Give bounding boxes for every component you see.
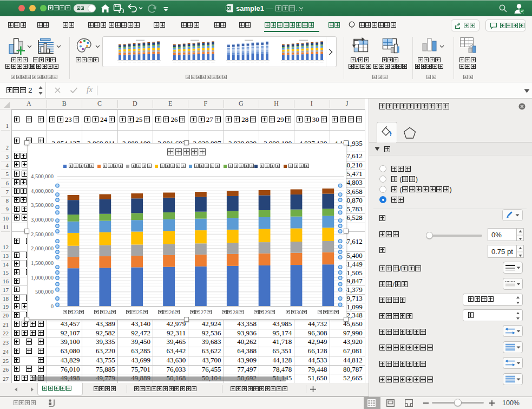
svg-text:2,000,000: 2,000,000	[31, 245, 54, 251]
svg-text:4,000,000: 4,000,000	[31, 188, 54, 194]
svg-text:1,000,000: 1,000,000	[31, 275, 54, 281]
svg-text:1,500,000: 1,500,000	[31, 260, 54, 266]
svg-text:3,500,000: 3,500,000	[31, 202, 54, 208]
svg-text:500,000: 500,000	[35, 289, 54, 295]
svg-text:4,500,000: 4,500,000	[31, 173, 54, 179]
svg-text:2,500,000: 2,500,000	[31, 231, 54, 237]
svg-text:0: 0	[51, 303, 54, 309]
svg-text:3,000,000: 3,000,000	[31, 217, 54, 223]
